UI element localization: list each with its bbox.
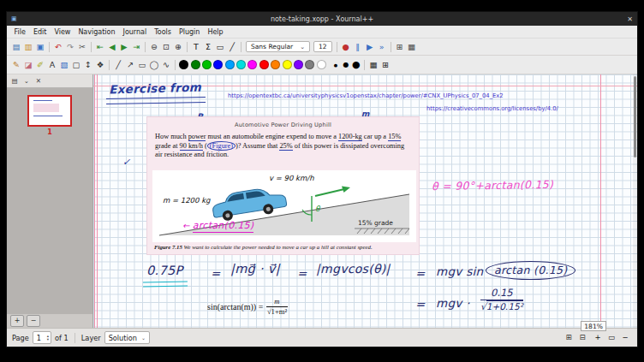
color-swatch[interactable] (213, 60, 223, 69)
arrow-shape-icon[interactable]: ↗ (124, 59, 136, 71)
handwriting-exercise-from[interactable]: Exercise from (109, 80, 201, 97)
pen-tool-icon[interactable]: ✎ (10, 59, 22, 71)
stroke-medium-icon[interactable]: ● (341, 61, 351, 68)
rectangle-shape-icon[interactable]: ▭ (136, 59, 148, 71)
color-swatch[interactable] (294, 60, 303, 69)
last-page-icon[interactable]: ⇥ (130, 41, 142, 53)
page-thumbnail[interactable] (27, 95, 72, 127)
text-insert-icon[interactable]: A (46, 59, 58, 71)
color-swatch[interactable] (271, 60, 280, 69)
close-sidebar-icon[interactable]: ✕ (33, 76, 44, 86)
undo-icon[interactable]: ↶ (52, 41, 64, 53)
handwriting-arctan-label[interactable]: ←arctan(0.15) (182, 220, 253, 231)
menu-item[interactable]: File (10, 28, 29, 36)
menu-item[interactable]: Help (204, 28, 227, 36)
audio-record-icon[interactable]: ● (340, 41, 352, 53)
document-canvas[interactable]: Exercise from https://opentextbc.ca/univ… (93, 74, 637, 328)
latex-tool-icon[interactable]: Σ (202, 41, 214, 53)
next-page-icon[interactable]: ▶ (118, 41, 130, 53)
highlighter-tool-icon[interactable]: ✐ (34, 59, 46, 71)
previous-page-icon[interactable]: ◀ (106, 41, 118, 53)
handwriting-dot-product-term[interactable]: |mg⃗ · v⃗| (230, 262, 280, 276)
color-swatch[interactable] (236, 60, 246, 69)
ellipse-shape-icon[interactable]: ◯ (148, 59, 160, 71)
color-swatch[interactable] (305, 60, 314, 69)
redo-icon[interactable]: ↷ (64, 41, 76, 53)
handwriting-theta-equation[interactable]: θ = 90°+arctan(0.15) (432, 178, 553, 193)
stroke-thick-icon[interactable]: ● (351, 59, 361, 70)
color-swatch[interactable] (179, 60, 188, 69)
zoom-out-icon[interactable]: ⊖ (148, 41, 160, 53)
layer-selector[interactable]: Solution ⌄ (104, 331, 150, 344)
handwriting-power-term[interactable]: 0.75P (146, 264, 183, 277)
pages-grid-icon[interactable]: ⊞ (562, 331, 575, 344)
license-link[interactable]: https://creativecommons.org/licenses/by/… (426, 105, 558, 112)
eraser-tool-icon[interactable]: ◪ (22, 59, 34, 71)
font-size-input[interactable]: 12 (313, 41, 332, 52)
preview-pages-icon[interactable]: ▤ (9, 76, 20, 86)
font-selector[interactable]: Sans Regular ⌄ (246, 41, 310, 52)
shape-tool-icon[interactable]: ▭ (214, 41, 226, 53)
latex-identity[interactable]: sin(arctan(m)) = m √1+m² (207, 297, 288, 316)
spinner-arrows[interactable]: ▴▾ (47, 335, 51, 341)
select-region-icon[interactable]: ▢ (70, 59, 82, 71)
delete-page-icon[interactable]: − (27, 315, 40, 327)
hand-tool-icon[interactable]: ❖ (94, 59, 106, 71)
menu-item[interactable]: Plugin (175, 28, 204, 36)
color-swatch[interactable] (283, 60, 292, 69)
handwriting-circled-arctan[interactable]: arctan (0.15) (486, 261, 575, 280)
zoom-original-icon[interactable]: ▭ (605, 331, 618, 344)
grid-snap-icon[interactable]: ⊞ (394, 41, 406, 53)
close-window-button[interactable]: ✕ (627, 15, 633, 23)
audio-forward-icon[interactable]: » (376, 41, 388, 53)
snap-grid-icon[interactable]: ⊞ (379, 59, 391, 71)
menu-item[interactable]: Tools (151, 28, 176, 36)
spline-shape-icon[interactable]: ∿ (160, 59, 172, 71)
scrollbar-thumb[interactable] (634, 76, 636, 157)
add-page-icon[interactable]: + (10, 315, 24, 327)
dual-page-icon[interactable]: ⊟ (575, 331, 589, 344)
handwriting-mgv-term[interactable]: mgv · (436, 296, 470, 310)
zoom-in-icon[interactable]: ⊕ (172, 41, 184, 53)
figure-reference-link[interactable]: (Figure) (207, 141, 236, 151)
new-document-icon[interactable]: ▤ (10, 41, 22, 53)
cut-icon[interactable]: ✂ (76, 41, 88, 53)
zoom-fit-icon[interactable]: ⊡ (160, 41, 172, 53)
handwriting-sin-term[interactable]: mgv sin (436, 264, 483, 278)
menu-item[interactable]: Navigation (75, 28, 119, 36)
menu-item[interactable]: Journal (119, 28, 151, 36)
menu-item[interactable]: View (51, 28, 75, 36)
stroke-fine-icon[interactable]: ● (331, 62, 341, 68)
save-icon[interactable]: ▣ (34, 41, 46, 53)
audio-pause-icon[interactable]: ‖ (352, 41, 364, 53)
handwriting-check-mark[interactable]: ✓ (122, 157, 131, 168)
audio-play-icon[interactable]: ▶ (364, 41, 376, 53)
fullscreen-icon[interactable]: ▦ (406, 41, 418, 53)
color-swatch[interactable] (191, 60, 200, 69)
titlebar[interactable]: ▣ note-taking.xopp - Xournal++ ✕ (7, 12, 637, 26)
zoom-in-icon[interactable]: + (591, 331, 605, 344)
handwriting-fraction[interactable]: 0.15 √1+0.15² (480, 287, 523, 312)
color-swatch[interactable] (225, 60, 235, 69)
page-number-spinner[interactable]: 1 ▴▾ (33, 331, 51, 344)
expand-panel-icon[interactable]: ⌄ (21, 76, 32, 86)
line-shape-icon[interactable]: ╱ (112, 59, 124, 71)
vertical-space-icon[interactable]: ↕ (82, 59, 94, 71)
color-swatch[interactable] (247, 60, 257, 69)
menu-item[interactable]: Edit (29, 28, 51, 36)
text-tool-icon[interactable]: T (190, 41, 202, 53)
page-preview-panel[interactable]: 1 (7, 88, 92, 314)
source-link[interactable]: https://opentextbc.ca/universityphysicsv… (228, 92, 504, 99)
vertical-scrollbar[interactable] (633, 74, 637, 328)
first-page-icon[interactable]: ⇤ (94, 41, 106, 53)
zoom-out-icon[interactable]: − (618, 331, 632, 344)
fill-toggle-icon[interactable]: ▦ (367, 59, 379, 71)
open-document-icon[interactable]: ▥ (22, 41, 34, 53)
color-swatch[interactable] (259, 60, 269, 69)
spin-down-icon[interactable]: ▾ (47, 338, 49, 341)
color-swatch[interactable] (317, 60, 326, 69)
problem-screenshot[interactable]: Automotive Power Driving Uphill How much… (146, 116, 420, 255)
image-tool-icon[interactable]: ▧ (58, 59, 70, 71)
color-swatch[interactable] (202, 60, 212, 69)
handwriting-cos-term[interactable]: |mgvcos(θ)| (316, 262, 391, 276)
